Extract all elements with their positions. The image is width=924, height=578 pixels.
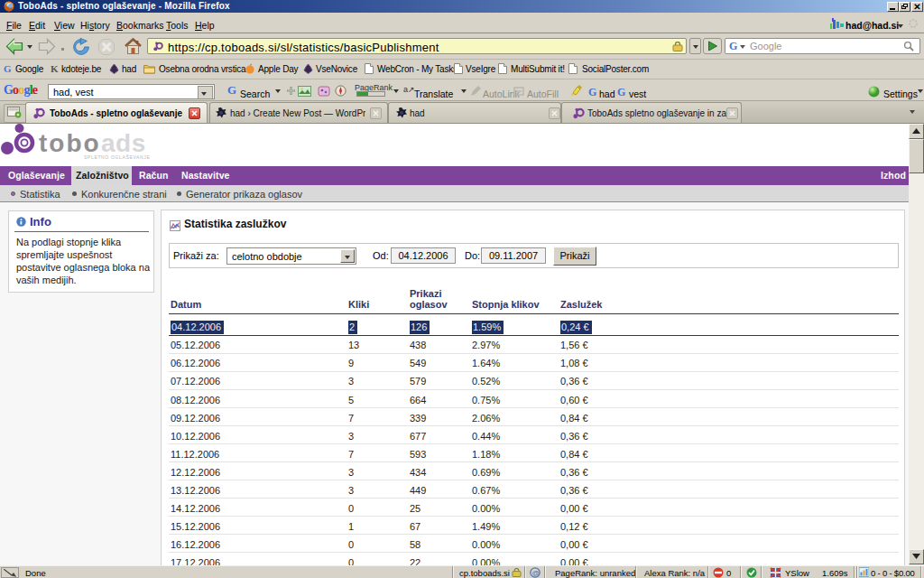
svg-text:SPLETNO OGLAŠEVANJE: SPLETNO OGLAŠEVANJE xyxy=(84,154,150,160)
svg-text:tobo: tobo xyxy=(39,129,101,157)
svg-text:ads: ads xyxy=(101,129,146,157)
svg-text:K: K xyxy=(51,63,59,74)
svg-text:@: @ xyxy=(532,569,540,577)
svg-text:G: G xyxy=(4,63,12,74)
